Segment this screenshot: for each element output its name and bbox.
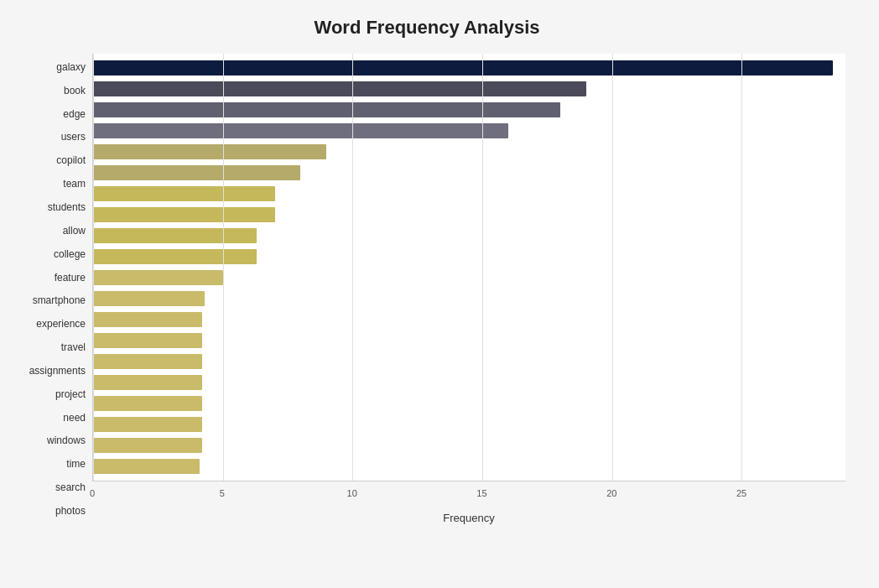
bar: [93, 354, 202, 369]
y-label: travel: [61, 338, 86, 356]
bar-row: [93, 80, 845, 98]
bar-row: [93, 101, 845, 119]
y-label: college: [54, 245, 86, 263]
bar: [93, 312, 202, 327]
y-label: book: [64, 81, 86, 100]
bar: [93, 333, 202, 348]
bar-row: [93, 289, 845, 308]
bar: [93, 459, 200, 474]
y-label: feature: [55, 268, 86, 287]
x-axis-label: Frequency: [92, 512, 845, 524]
bars-wrapper: [92, 54, 845, 481]
y-label: windows: [47, 431, 86, 450]
bar-row: [93, 247, 845, 266]
y-label: allow: [63, 221, 86, 240]
chart-area: galaxybookedgeuserscopilotteamstudentsal…: [8, 54, 845, 524]
bar-row: [93, 122, 845, 140]
bar-row: [93, 268, 845, 287]
bar: [93, 186, 275, 201]
bar-row: [93, 206, 845, 224]
bar-row: [93, 457, 845, 476]
y-label: time: [66, 455, 86, 473]
x-tick: 25: [736, 488, 746, 498]
y-axis: galaxybookedgeuserscopilotteamstudentsal…: [8, 54, 92, 524]
bar: [93, 396, 202, 411]
y-label: experience: [36, 315, 86, 333]
y-label: project: [55, 385, 86, 403]
bar-row: [93, 310, 845, 329]
bar-row: [93, 415, 845, 434]
x-axis: 0510152025: [92, 485, 845, 510]
bar: [93, 291, 205, 306]
bar: [93, 165, 300, 180]
x-tick: 0: [90, 488, 95, 498]
chart-title: Word Frequency Analysis: [8, 17, 845, 39]
chart-container: Word Frequency Analysis galaxybookedgeus…: [0, 0, 879, 588]
y-label: need: [63, 408, 86, 427]
y-label: assignments: [29, 362, 86, 380]
bar-row: [93, 185, 845, 203]
bar: [93, 123, 508, 138]
bar-row: [93, 226, 845, 245]
bar: [93, 207, 275, 222]
bar-row: [93, 352, 845, 371]
x-tick: 15: [476, 488, 486, 498]
y-label: smartphone: [33, 291, 86, 310]
bar: [93, 375, 202, 390]
bar-row: [93, 373, 845, 392]
y-label: photos: [55, 502, 86, 520]
y-label: users: [61, 127, 86, 146]
bar: [93, 270, 223, 285]
bar: [93, 102, 560, 117]
bar: [93, 438, 202, 453]
bar: [93, 228, 257, 243]
bar: [93, 144, 326, 159]
x-tick: 5: [220, 488, 225, 498]
y-label: search: [55, 478, 86, 497]
y-label: students: [48, 198, 86, 216]
y-label: team: [63, 174, 86, 193]
bar-row: [93, 331, 845, 350]
bar-row: [93, 436, 845, 455]
x-tick: 20: [606, 488, 616, 498]
bar: [93, 249, 257, 264]
x-tick: 10: [347, 488, 357, 498]
bar-row: [93, 394, 845, 413]
bar-row: [93, 164, 845, 182]
y-label: copilot: [56, 151, 86, 169]
bar-row: [93, 59, 845, 77]
plot-area: 0510152025 Frequency: [92, 54, 845, 524]
y-label: galaxy: [56, 58, 86, 76]
bar: [93, 417, 202, 432]
bar: [93, 81, 586, 96]
y-label: edge: [63, 105, 86, 123]
bar: [93, 60, 833, 75]
bar-row: [93, 143, 845, 161]
